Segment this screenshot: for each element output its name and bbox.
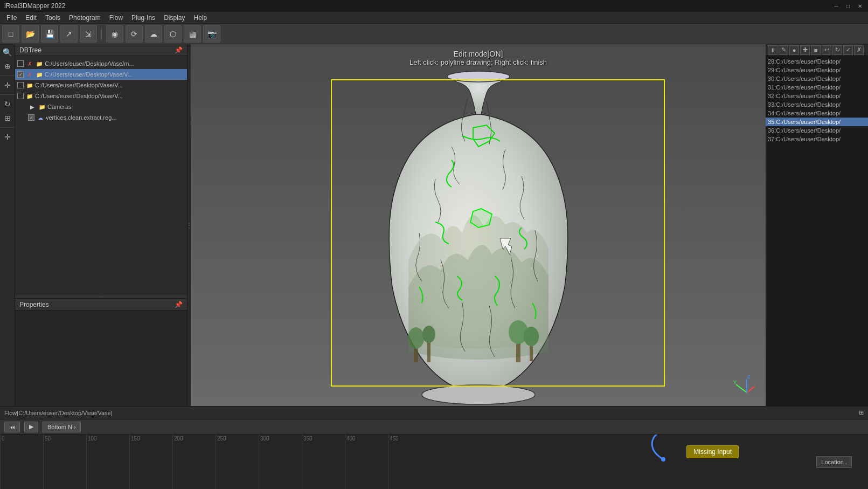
rt-stop-btn[interactable]: ■ <box>811 45 821 55</box>
timeline-tick-3: 100 <box>86 435 129 489</box>
tool-scale[interactable]: ⊞ <box>2 112 13 124</box>
right-list[interactable]: 28:C:/Users/euser/Desktop/ 29:C:/Users/e… <box>766 56 868 406</box>
dbtree-pin-icon[interactable]: 📌 <box>175 46 183 54</box>
menu-edit[interactable]: Edit <box>21 13 41 23</box>
right-list-item-34[interactable]: 34:C:/Users/euser/Desktop/ <box>766 109 868 118</box>
mesh-icon: ⬡ <box>170 30 176 38</box>
tree-item-cameras[interactable]: ▶ 📁 Cameras <box>15 101 187 112</box>
toolbar-import[interactable]: ⇲ <box>80 25 97 43</box>
axes-indicator: X Y Z <box>733 374 755 395</box>
menu-flow[interactable]: Flow <box>105 13 127 23</box>
tree-item-2[interactable]: ✓ ✗ 📁 C:/Users/euser/Desktop/Vase/V... <box>15 69 187 80</box>
checkbox-1[interactable] <box>17 60 24 67</box>
toolbar-sep-1 <box>101 27 102 40</box>
play-button[interactable]: ▶ <box>24 422 38 432</box>
maximize-button[interactable]: □ <box>844 2 852 10</box>
rt-redo-btn[interactable]: ↻ <box>832 45 842 55</box>
menu-photogram[interactable]: Photogram <box>65 13 105 23</box>
tool-zoom[interactable]: ⊕ <box>2 60 13 72</box>
app-title: iReal3DMapper 2022 <box>4 2 65 10</box>
rt-record-btn[interactable]: ● <box>789 45 799 55</box>
properties-panel: Properties 📌 <box>15 298 187 406</box>
right-list-item-32[interactable]: 32:C:/Users/euser/Desktop/ <box>766 92 868 100</box>
toolbar-reconstruct[interactable]: ◉ <box>106 25 123 43</box>
toolbar-texture[interactable]: ▦ <box>184 25 201 43</box>
toolbar-new[interactable]: □ <box>2 25 19 43</box>
menu-tools[interactable]: Tools <box>41 13 65 23</box>
svg-point-0 <box>447 71 510 82</box>
checkbox-3[interactable] <box>17 82 24 88</box>
right-list-item-33[interactable]: 33:C:/Users/euser/Desktop/ <box>766 100 868 109</box>
tree-item-4[interactable]: 📁 C:/Users/euser/Desktop/Vase/V... <box>15 91 187 101</box>
rt-add-btn[interactable]: ✚ <box>800 45 810 55</box>
left-sidebar: DBTree 📌 ✗ 📁 C:/Users/euser/Desktop/Vase… <box>15 44 188 406</box>
expand-icon-cameras: ▶ <box>28 102 37 111</box>
tool-move[interactable]: ✛ <box>2 79 13 91</box>
checkbox-4[interactable] <box>17 93 24 99</box>
folder-icon-3: 📁 <box>25 81 34 89</box>
svg-line-11 <box>747 384 755 392</box>
close-button[interactable]: ✕ <box>856 2 864 10</box>
right-list-item-28[interactable]: 28:C:/Users/euser/Desktop/ <box>766 57 868 66</box>
timeline-tick-4: 150 <box>129 435 172 489</box>
viewport[interactable]: Edit mode[ON] Left click: polyline drawi… <box>191 44 766 406</box>
toolbar-save[interactable]: 💾 <box>41 25 58 43</box>
right-list-item-30[interactable]: 30:C:/Users/euser/Desktop/ <box>766 74 868 83</box>
right-list-item-37[interactable]: 37:C:/Users/euser/Desktop/ <box>766 135 868 143</box>
bottom-panel: ⏮ ▶ Bottom N › 0 50 100 150 200 250 300 … <box>0 419 868 489</box>
toolbar-export[interactable]: ↗ <box>60 25 78 43</box>
rt-pause-btn[interactable]: ⏸ <box>768 45 777 55</box>
tool-rotate[interactable]: ↻ <box>2 98 13 110</box>
properties-header: Properties 📌 <box>15 299 187 311</box>
timeline-tick-10: 450 <box>388 435 431 489</box>
rt-edit-btn[interactable]: ✎ <box>779 45 788 55</box>
menu-bar: File Edit Tools Photogram Flow Plug-Ins … <box>0 12 868 24</box>
minimize-button[interactable]: ─ <box>832 2 840 10</box>
cloud-icon-vertices: ☁ <box>36 113 45 122</box>
timeline-tick-6: 250 <box>216 435 259 489</box>
timeline-area[interactable]: 0 50 100 150 200 250 300 350 400 450 <box>0 435 868 489</box>
import-icon: ⇲ <box>85 30 92 38</box>
play-back-button[interactable]: ⏮ <box>4 422 20 432</box>
toolbar-mesh[interactable]: ⬡ <box>164 25 182 43</box>
bottom-nav-button[interactable]: Bottom N › <box>43 422 81 432</box>
tool-search[interactable]: 🔍 <box>2 46 13 58</box>
menu-file[interactable]: File <box>2 13 21 23</box>
folder-icon-cameras: 📁 <box>38 102 46 111</box>
tree-label-vertices: vertices.clean.extract.reg... <box>46 114 116 121</box>
toolbar-photo[interactable]: 📷 <box>203 25 220 43</box>
tree-item-1[interactable]: ✗ 📁 C:/Users/euser/Desktop/Vase/m... <box>15 58 187 69</box>
right-list-item-36[interactable]: 36:C:/Users/euser/Desktop/ <box>766 126 868 135</box>
rt-undo-btn[interactable]: ↩ <box>822 45 831 55</box>
tree-item-vertices[interactable]: ✓ ☁ vertices.clean.extract.reg... <box>15 112 187 123</box>
rt-confirm-btn[interactable]: ✓ <box>843 45 853 55</box>
status-icon[interactable]: ⊞ <box>859 409 864 416</box>
checkbox-vertices[interactable]: ✓ <box>28 114 34 121</box>
tree-item-3[interactable]: 📁 C:/Users/euser/Desktop/Vase/V... <box>15 80 187 91</box>
toolbar-open[interactable]: 📂 <box>22 25 39 43</box>
menu-plugins[interactable]: Plug-Ins <box>127 13 159 23</box>
photo-icon: 📷 <box>207 30 217 38</box>
location-box[interactable]: Location . <box>816 456 852 468</box>
toolbar-process[interactable]: ⟳ <box>126 25 143 43</box>
icon-separator-2 <box>0 94 15 95</box>
left-icon-panel: 🔍 ⊕ ✛ ↻ ⊞ ✛ <box>0 44 15 406</box>
menu-display[interactable]: Display <box>159 13 189 23</box>
blue-arc-indicator <box>647 435 679 462</box>
folder-icon-1: 📁 <box>35 59 44 68</box>
bottom-content: 0 50 100 150 200 250 300 350 400 450 Mis… <box>0 435 868 489</box>
rt-cancel-btn[interactable]: ✗ <box>854 45 864 55</box>
icon-separator-3 <box>0 127 15 128</box>
missing-input-box[interactable]: Missing Input <box>686 445 739 458</box>
right-list-item-31[interactable]: 31:C:/Users/euser/Desktop/ <box>766 83 868 92</box>
checkbox-2[interactable]: ✓ <box>17 71 24 78</box>
tree-label-4: C:/Users/euser/Desktop/Vase/V... <box>35 93 123 99</box>
menu-help[interactable]: Help <box>189 13 211 23</box>
right-list-item-29[interactable]: 29:C:/Users/euser/Desktop/ <box>766 66 868 74</box>
dbtree-content[interactable]: ✗ 📁 C:/Users/euser/Desktop/Vase/m... ✓ ✗… <box>15 56 187 295</box>
tool-extra[interactable]: ✛ <box>2 131 13 143</box>
properties-pin-icon[interactable]: 📌 <box>175 301 183 308</box>
toolbar-cloud-upload[interactable]: ☁ <box>145 25 162 43</box>
svg-point-5 <box>422 326 435 343</box>
right-list-item-35[interactable]: 35:C:/Users/euser/Desktop/ <box>766 118 868 126</box>
